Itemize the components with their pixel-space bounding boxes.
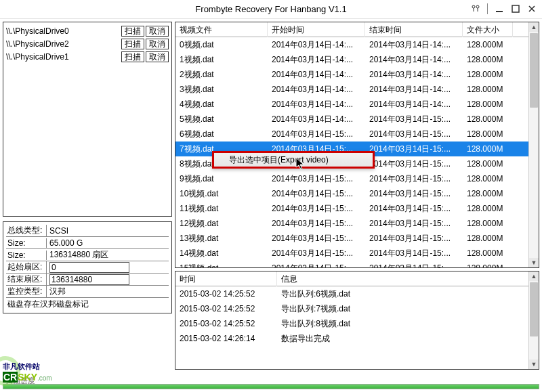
cell-start: 2014年03月14日-15:... xyxy=(268,201,365,216)
cell-start: 2014年03月14日-14:... xyxy=(268,52,365,67)
cell-size: 128.000M xyxy=(463,127,513,141)
cell-end: 2014年03月14日-15:... xyxy=(365,112,463,127)
files-col-end[interactable]: 结束时间 xyxy=(365,22,463,37)
table-row[interactable]: 6视频.dat2014年03月14日-15:...2014年03月14日-15:… xyxy=(175,127,539,141)
cell-start: 2014年03月14日-15:... xyxy=(268,246,365,261)
drive-info-panel: 总线类型: SCSI Size: 65.000 G Size: 13631488… xyxy=(3,221,172,313)
cell-time: 2015-03-02 14:25:52 xyxy=(175,286,277,301)
cell-start: 2014年03月14日-15:... xyxy=(268,186,365,201)
drive-row[interactable]: \\.\PhysicalDrive2扫描取消 xyxy=(6,38,169,50)
monitor-type-value: 汉邦 xyxy=(47,286,169,297)
table-row[interactable]: 3视频.dat2014年03月14日-14:...2014年03月14日-14:… xyxy=(175,82,539,97)
log-row[interactable]: 2015-03-02 14:25:52导出队列:7视频.dat xyxy=(175,301,539,316)
svg-rect-2 xyxy=(496,11,503,12)
scan-button[interactable]: 扫描 xyxy=(121,39,144,49)
cell-name: 5视频.dat xyxy=(175,112,268,127)
cell-name: 6视频.dat xyxy=(175,127,268,141)
scan-button[interactable]: 扫描 xyxy=(121,26,144,37)
log-row[interactable]: 2015-03-02 14:25:52导出队列:6视频.dat xyxy=(175,286,539,301)
table-row[interactable]: 9视频.dat2014年03月14日-15:...2014年03月14日-15:… xyxy=(175,171,539,186)
cell-size: 128.000M xyxy=(463,186,513,201)
cell-size: 128.000M xyxy=(463,67,513,82)
table-row[interactable]: 5视频.dat2014年03月14日-14:...2014年03月14日-15:… xyxy=(175,112,539,127)
scroll-down-icon[interactable]: ▼ xyxy=(529,360,539,369)
cancel-button[interactable]: 取消 xyxy=(146,26,169,37)
logs-header: 时间 信息 xyxy=(175,271,539,286)
progress-area: 扫描进度 xyxy=(3,376,539,389)
table-row[interactable]: 4视频.dat2014年03月14日-14:...2014年03月14日-14:… xyxy=(175,97,539,112)
cell-size: 128.000M xyxy=(463,52,513,67)
cell-start: 2014年03月14日-14:... xyxy=(268,112,365,127)
cancel-button[interactable]: 取消 xyxy=(146,51,169,62)
size2-label: Size: xyxy=(6,251,47,260)
pin-icon[interactable] xyxy=(470,3,482,15)
bus-type-value: SCSI xyxy=(47,226,169,236)
maximize-icon[interactable] xyxy=(509,3,522,15)
drive-row[interactable]: \\.\PhysicalDrive0扫描取消 xyxy=(6,25,169,37)
context-menu: 导出选中项目(Export video) xyxy=(212,151,375,169)
scroll-up-icon[interactable]: ▲ xyxy=(529,271,539,281)
end-sector-input[interactable] xyxy=(49,274,129,285)
cell-end: 2014年03月14日-15:... xyxy=(365,201,463,216)
cell-end: 2014年03月14日-15:... xyxy=(365,141,463,156)
files-col-size[interactable]: 文件大小 xyxy=(463,22,513,37)
scan-button[interactable]: 扫描 xyxy=(121,51,144,62)
cell-size: 128.000M xyxy=(463,261,513,268)
cell-name: 3视频.dat xyxy=(175,82,268,97)
table-row[interactable]: 2视频.dat2014年03月14日-14:...2014年03月14日-14:… xyxy=(175,67,539,82)
drive-name: \\.\PhysicalDrive2 xyxy=(6,39,120,49)
cell-end: 2014年03月14日-15:... xyxy=(365,231,463,246)
cell-name: 4视频.dat xyxy=(175,97,268,112)
cell-end: 2014年03月14日-15:... xyxy=(365,156,463,171)
close-icon[interactable] xyxy=(526,3,538,15)
log-row[interactable]: 2015-03-02 14:25:52导出队列:8视频.dat xyxy=(175,316,539,331)
scroll-up-icon[interactable]: ▲ xyxy=(529,22,539,32)
table-row[interactable]: 14视频.dat2014年03月14日-15:...2014年03月14日-15… xyxy=(175,246,539,261)
disk-note: 磁盘存在汉邦磁盘标记 xyxy=(6,299,169,310)
cell-name: 10视频.dat xyxy=(175,186,268,201)
table-row[interactable]: 10视频.dat2014年03月14日-15:...2014年03月14日-15… xyxy=(175,186,539,201)
cell-size: 128.000M xyxy=(463,156,513,171)
table-row[interactable]: 1视频.dat2014年03月14日-14:...2014年03月14日-14:… xyxy=(175,52,539,67)
body: \\.\PhysicalDrive0扫描取消\\.\PhysicalDrive2… xyxy=(0,19,542,372)
start-sector-input[interactable] xyxy=(49,262,129,273)
window-controls xyxy=(470,3,538,15)
menu-export-video[interactable]: 导出选中项目(Export video) xyxy=(214,153,373,167)
cell-start: 2014年03月14日-15:... xyxy=(268,127,365,141)
drive-name: \\.\PhysicalDrive0 xyxy=(6,26,120,36)
cell-end: 2014年03月14日-15:... xyxy=(365,216,463,231)
table-row[interactable]: 12视频.dat2014年03月14日-15:...2014年03月14日-15… xyxy=(175,216,539,231)
table-row[interactable]: 13视频.dat2014年03月14日-15:...2014年03月14日-15… xyxy=(175,231,539,246)
table-row[interactable]: 0视频.dat2014年03月14日-14:...2014年03月14日-14:… xyxy=(175,37,539,52)
scroll-thumb[interactable] xyxy=(530,282,538,336)
files-col-start[interactable]: 开始时间 xyxy=(268,22,365,37)
cell-time: 2015-03-02 14:26:14 xyxy=(175,331,277,346)
cell-start: 2014年03月14日-15:... xyxy=(268,216,365,231)
cell-msg: 导出队列:8视频.dat xyxy=(277,316,539,331)
cell-start: 2014年03月14日-14:... xyxy=(268,97,365,112)
files-col-name[interactable]: 视频文件 xyxy=(175,22,268,37)
minimize-icon[interactable] xyxy=(493,3,505,15)
drive-name: \\.\PhysicalDrive1 xyxy=(6,52,120,62)
logs-col-msg[interactable]: 信息 xyxy=(277,271,539,286)
cell-start: 2014年03月14日-15:... xyxy=(268,171,365,186)
cell-name: 0视频.dat xyxy=(175,37,268,52)
cell-size: 128.000M xyxy=(463,246,513,261)
cell-size: 128.000M xyxy=(463,37,513,52)
cell-end: 2014年03月14日-14:... xyxy=(365,37,463,52)
logs-col-time[interactable]: 时间 xyxy=(175,271,277,286)
cancel-button[interactable]: 取消 xyxy=(146,39,169,49)
scroll-down-icon[interactable]: ▼ xyxy=(529,258,539,267)
logs-scrollbar[interactable]: ▲ ▼ xyxy=(528,271,539,369)
cell-name: 2视频.dat xyxy=(175,67,268,82)
cell-size: 128.000M xyxy=(463,82,513,97)
table-row[interactable]: 11视频.dat2014年03月14日-15:...2014年03月14日-15… xyxy=(175,201,539,216)
log-row[interactable]: 2015-03-02 14:26:14数据导出完成 xyxy=(175,331,539,346)
table-row[interactable]: 15视频.dat2014年03月14日-15:...2014年03月14日-15… xyxy=(175,261,539,268)
cell-end: 2014年03月14日-15:... xyxy=(365,127,463,141)
drives-panel: \\.\PhysicalDrive0扫描取消\\.\PhysicalDrive2… xyxy=(3,22,172,217)
drive-row[interactable]: \\.\PhysicalDrive1扫描取消 xyxy=(6,51,169,63)
files-scrollbar[interactable]: ▲ ▼ xyxy=(528,22,539,267)
cell-end: 2014年03月14日-15:... xyxy=(365,246,463,261)
scroll-thumb[interactable] xyxy=(530,33,538,108)
